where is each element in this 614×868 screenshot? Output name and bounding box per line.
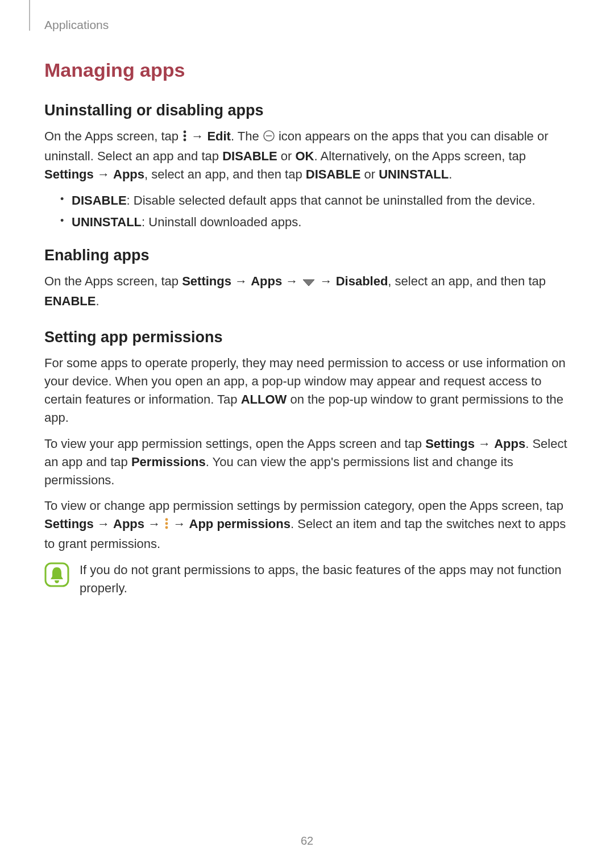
- note-callout: If you do not grant permissions to apps,…: [44, 561, 570, 597]
- bell-note-icon: [44, 562, 69, 587]
- label-apps: Apps: [494, 437, 525, 451]
- label-settings: Settings: [44, 517, 94, 531]
- text: →: [231, 274, 251, 288]
- svg-point-7: [165, 522, 168, 525]
- svg-point-2: [184, 139, 186, 142]
- label-uninstall-bullet: UNINSTALL: [72, 215, 142, 229]
- text: →: [188, 129, 207, 143]
- document-page: Applications Managing apps Uninstalling …: [0, 0, 614, 868]
- label-settings: Settings: [425, 437, 475, 451]
- text: On the Apps screen, tap: [44, 129, 182, 143]
- page-title: Managing apps: [44, 59, 570, 81]
- label-apps: Apps: [113, 517, 144, 531]
- section-heading-permissions: Setting app permissions: [44, 329, 570, 346]
- label-disable-bullet: DISABLE: [72, 193, 127, 207]
- section-heading-enabling: Enabling apps: [44, 247, 570, 264]
- more-options-icon: [164, 517, 169, 535]
- bullet-list-uninstall: DISABLE: Disable selected default apps t…: [44, 192, 570, 231]
- section-heading-uninstalling: Uninstalling or disabling apps: [44, 102, 570, 119]
- text: , select an app, and then tap: [388, 274, 546, 288]
- label-allow: ALLOW: [241, 392, 287, 406]
- minus-circle-icon: [263, 129, 275, 147]
- svg-point-8: [165, 526, 168, 529]
- text: →: [282, 274, 301, 288]
- svg-point-6: [165, 518, 168, 521]
- label-disabled: Disabled: [336, 274, 388, 288]
- header-section-label: Applications: [44, 18, 570, 32]
- header-rule: [29, 0, 30, 31]
- paragraph-permissions-1: For some apps to operate properly, they …: [44, 354, 570, 427]
- svg-point-0: [184, 131, 186, 134]
- label-uninstall: UNINSTALL: [379, 167, 449, 181]
- label-settings: Settings: [182, 274, 231, 288]
- svg-marker-5: [303, 280, 314, 286]
- label-apps: Apps: [113, 167, 144, 181]
- page-number: 62: [0, 834, 614, 848]
- paragraph-uninstalling-1: On the Apps screen, tap → Edit. The icon…: [44, 127, 570, 184]
- label-apps: Apps: [251, 274, 282, 288]
- text: →: [475, 437, 494, 451]
- text: . The: [231, 129, 263, 143]
- note-text: If you do not grant permissions to apps,…: [80, 561, 570, 597]
- text: or: [277, 149, 296, 163]
- text: : Uninstall downloaded apps.: [142, 215, 301, 229]
- text: →: [144, 517, 164, 531]
- text: . Alternatively, on the Apps screen, tap: [314, 149, 526, 163]
- text: or: [360, 167, 379, 181]
- text: →: [94, 517, 113, 531]
- more-options-icon: [182, 129, 188, 147]
- svg-point-1: [184, 135, 186, 138]
- label-disable: DISABLE: [222, 149, 277, 163]
- label-ok: OK: [295, 149, 314, 163]
- text: : Disable selected default apps that can…: [127, 193, 536, 207]
- list-item: UNINSTALL: Uninstall downloaded apps.: [60, 213, 570, 231]
- list-item: DISABLE: Disable selected default apps t…: [60, 192, 570, 210]
- paragraph-enabling-1: On the Apps screen, tap Settings → Apps …: [44, 272, 570, 310]
- text: .: [449, 167, 452, 181]
- dropdown-arrow-icon: [301, 274, 316, 292]
- text: , select an app, and then tap: [144, 167, 306, 181]
- label-settings: Settings: [44, 167, 94, 181]
- text: →: [94, 167, 113, 181]
- label-enable: ENABLE: [44, 294, 96, 308]
- label-app-permissions: App permissions: [189, 517, 291, 531]
- label-edit: Edit: [207, 129, 231, 143]
- paragraph-permissions-2: To view your app permission settings, op…: [44, 435, 570, 489]
- text: →: [316, 274, 335, 288]
- paragraph-permissions-3: To view or change app permission setting…: [44, 497, 570, 553]
- label-disable-2: DISABLE: [306, 167, 361, 181]
- text: .: [96, 294, 99, 308]
- text: To view or change app permission setting…: [44, 499, 563, 513]
- text: To view your app permission settings, op…: [44, 437, 425, 451]
- label-permissions: Permissions: [131, 455, 206, 469]
- text: On the Apps screen, tap: [44, 274, 182, 288]
- text: →: [169, 517, 189, 531]
